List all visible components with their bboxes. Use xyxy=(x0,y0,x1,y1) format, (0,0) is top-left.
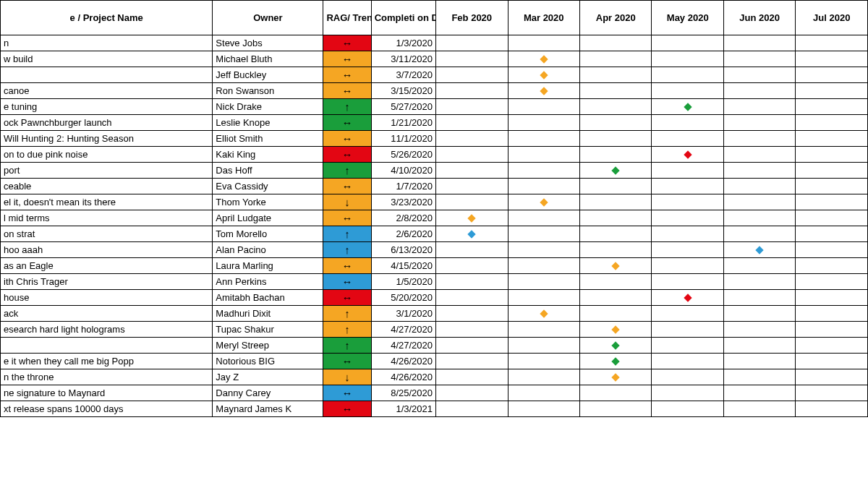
cell-month[interactable] xyxy=(652,338,723,354)
cell-month[interactable] xyxy=(579,163,651,179)
cell-rag-trend[interactable]: ↔ xyxy=(323,131,371,147)
cell-month[interactable] xyxy=(796,115,868,131)
cell-owner[interactable]: Maynard James K xyxy=(213,401,323,417)
table-row[interactable]: Will Hunting 2: Hunting SeasonElliot Smi… xyxy=(1,131,868,147)
cell-rag-trend[interactable]: ↑ xyxy=(323,322,371,338)
cell-month[interactable] xyxy=(436,274,508,290)
cell-month[interactable] xyxy=(723,179,795,194)
table-row[interactable]: ith Chris TragerAnn Perkins↔1/5/2020 xyxy=(1,274,868,290)
cell-month[interactable] xyxy=(579,306,651,322)
cell-month[interactable] xyxy=(579,35,651,51)
cell-completion-date[interactable]: 2/6/2020 xyxy=(371,226,435,242)
cell-completion-date[interactable]: 5/26/2020 xyxy=(371,147,435,163)
cell-month[interactable] xyxy=(796,51,868,67)
header-month-apr[interactable]: Apr 2020 xyxy=(579,1,651,35)
cell-month[interactable] xyxy=(723,322,795,338)
cell-completion-date[interactable]: 1/7/2020 xyxy=(371,179,435,194)
cell-owner[interactable]: Notorious BIG xyxy=(213,354,323,369)
cell-rag-trend[interactable]: ↔ xyxy=(323,258,371,274)
cell-completion-date[interactable]: 4/27/2020 xyxy=(371,322,435,338)
cell-project[interactable]: port xyxy=(1,163,213,179)
cell-month[interactable] xyxy=(508,99,579,115)
cell-month[interactable] xyxy=(436,290,508,306)
cell-month[interactable] xyxy=(436,354,508,369)
cell-month[interactable] xyxy=(436,163,508,179)
cell-rag-trend[interactable]: ↔ xyxy=(323,115,371,131)
table-row[interactable]: ock Pawnchburger launchLeslie Knope↔1/21… xyxy=(1,115,868,131)
cell-month[interactable] xyxy=(652,306,723,322)
cell-project[interactable]: house xyxy=(1,290,213,306)
table-row[interactable]: ceableEva Cassidy↔1/7/2020 xyxy=(1,179,868,194)
cell-month[interactable] xyxy=(508,369,579,385)
table-row[interactable]: el it, doesn't mean its thereThom Yorke↓… xyxy=(1,194,868,210)
cell-month[interactable] xyxy=(508,258,579,274)
cell-month[interactable] xyxy=(579,338,651,354)
cell-owner[interactable]: Danny Carey xyxy=(213,385,323,401)
cell-month[interactable] xyxy=(436,338,508,354)
cell-rag-trend[interactable]: ↑ xyxy=(323,163,371,179)
cell-project[interactable]: xt release spans 10000 days xyxy=(1,401,213,417)
cell-owner[interactable]: Alan Pacino xyxy=(213,242,323,258)
cell-month[interactable] xyxy=(579,99,651,115)
cell-month[interactable] xyxy=(508,210,579,226)
cell-rag-trend[interactable]: ↑ xyxy=(323,226,371,242)
cell-month[interactable] xyxy=(652,163,723,179)
cell-month[interactable] xyxy=(796,306,868,322)
table-row[interactable]: esearch hard light hologramsTupac Shakur… xyxy=(1,322,868,338)
cell-completion-date[interactable]: 4/15/2020 xyxy=(371,258,435,274)
cell-completion-date[interactable]: 3/15/2020 xyxy=(371,83,435,99)
cell-month[interactable] xyxy=(796,385,868,401)
header-month-mar[interactable]: Mar 2020 xyxy=(508,1,579,35)
cell-month[interactable] xyxy=(508,274,579,290)
cell-month[interactable] xyxy=(436,242,508,258)
cell-owner[interactable]: Jeff Buckley xyxy=(213,67,323,83)
cell-owner[interactable]: Michael Bluth xyxy=(213,51,323,67)
cell-month[interactable] xyxy=(436,306,508,322)
table-row[interactable]: e tuningNick Drake↑5/27/2020 xyxy=(1,99,868,115)
cell-month[interactable] xyxy=(796,354,868,369)
cell-project[interactable]: ne signature to Maynard xyxy=(1,385,213,401)
cell-month[interactable] xyxy=(723,354,795,369)
cell-month[interactable] xyxy=(579,290,651,306)
cell-month[interactable] xyxy=(579,401,651,417)
cell-month[interactable] xyxy=(508,338,579,354)
cell-owner[interactable]: Amitabh Bachan xyxy=(213,290,323,306)
cell-month[interactable] xyxy=(723,67,795,83)
cell-month[interactable] xyxy=(436,35,508,51)
cell-month[interactable] xyxy=(723,401,795,417)
cell-rag-trend[interactable]: ↔ xyxy=(323,385,371,401)
table-row[interactable]: hoo aaahAlan Pacino↑6/13/2020 xyxy=(1,242,868,258)
cell-owner[interactable]: Tom Morello xyxy=(213,226,323,242)
cell-month[interactable] xyxy=(436,194,508,210)
cell-month[interactable] xyxy=(796,179,868,194)
cell-project[interactable]: n the throne xyxy=(1,369,213,385)
cell-month[interactable] xyxy=(652,401,723,417)
cell-project[interactable]: n xyxy=(1,35,213,51)
cell-month[interactable] xyxy=(796,210,868,226)
cell-month[interactable] xyxy=(796,163,868,179)
cell-month[interactable] xyxy=(652,99,723,115)
cell-month[interactable] xyxy=(436,369,508,385)
table-row[interactable]: houseAmitabh Bachan↔5/20/2020 xyxy=(1,290,868,306)
cell-project[interactable]: hoo aaah xyxy=(1,242,213,258)
cell-rag-trend[interactable]: ↔ xyxy=(323,51,371,67)
cell-month[interactable] xyxy=(508,83,579,99)
cell-month[interactable] xyxy=(723,385,795,401)
cell-month[interactable] xyxy=(723,290,795,306)
cell-rag-trend[interactable]: ↑ xyxy=(323,242,371,258)
cell-month[interactable] xyxy=(652,242,723,258)
cell-month[interactable] xyxy=(796,258,868,274)
cell-rag-trend[interactable]: ↔ xyxy=(323,179,371,194)
cell-month[interactable] xyxy=(436,226,508,242)
cell-project[interactable]: e it when they call me big Popp xyxy=(1,354,213,369)
cell-project[interactable]: Will Hunting 2: Hunting Season xyxy=(1,131,213,147)
header-owner[interactable]: Owner xyxy=(213,1,323,35)
cell-rag-trend[interactable]: ↔ xyxy=(323,147,371,163)
cell-month[interactable] xyxy=(652,385,723,401)
cell-completion-date[interactable]: 3/1/2020 xyxy=(371,306,435,322)
cell-completion-date[interactable]: 1/3/2020 xyxy=(371,35,435,51)
cell-project[interactable]: ith Chris Trager xyxy=(1,274,213,290)
table-row[interactable]: Jeff Buckley↔3/7/2020 xyxy=(1,67,868,83)
cell-month[interactable] xyxy=(652,194,723,210)
cell-project[interactable]: l mid terms xyxy=(1,210,213,226)
